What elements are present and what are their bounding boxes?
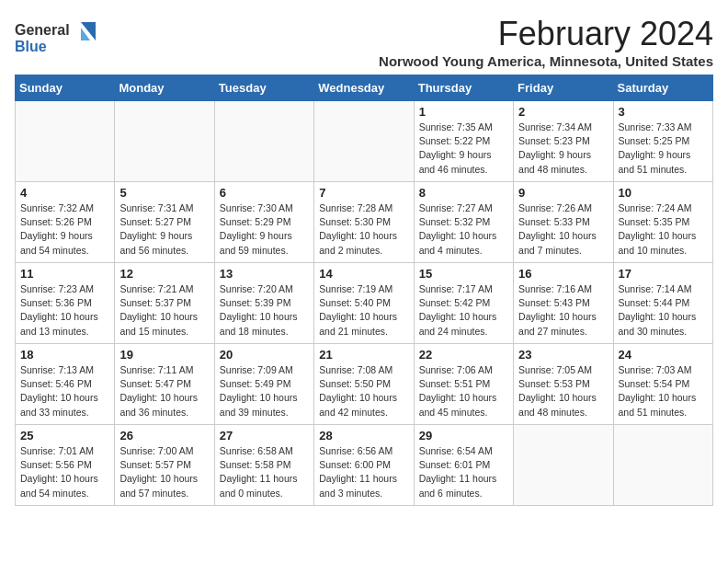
calendar-cell: 23Sunrise: 7:05 AMSunset: 5:53 PMDayligh… (514, 344, 613, 425)
day-info: Sunrise: 7:03 AMSunset: 5:54 PMDaylight:… (619, 363, 708, 419)
day-info: Sunrise: 7:09 AMSunset: 5:49 PMDaylight:… (220, 363, 309, 419)
calendar-cell: 15Sunrise: 7:17 AMSunset: 5:42 PMDayligh… (414, 263, 513, 344)
day-info: Sunrise: 7:06 AMSunset: 5:51 PMDaylight:… (419, 363, 508, 419)
day-info: Sunrise: 7:16 AMSunset: 5:43 PMDaylight:… (518, 282, 608, 339)
calendar-cell: 21Sunrise: 7:08 AMSunset: 5:50 PMDayligh… (314, 344, 414, 425)
day-info: Sunrise: 7:20 AMSunset: 5:39 PMDaylight:… (220, 282, 309, 339)
header-day-thursday: Thursday (414, 75, 513, 101)
day-info: Sunrise: 7:00 AMSunset: 5:57 PMDaylight:… (119, 444, 209, 500)
day-info: Sunrise: 7:08 AMSunset: 5:50 PMDaylight:… (319, 363, 408, 419)
day-number: 11 (20, 267, 109, 281)
calendar-cell: 10Sunrise: 7:24 AMSunset: 5:35 PMDayligh… (613, 182, 712, 263)
day-info: Sunrise: 6:54 AMSunset: 6:01 PMDaylight:… (419, 444, 508, 500)
day-info: Sunrise: 7:26 AMSunset: 5:33 PMDaylight:… (518, 201, 608, 258)
day-number: 10 (619, 186, 708, 200)
calendar-cell (115, 101, 214, 182)
svg-text:Blue: Blue (15, 39, 47, 54)
calendar-cell: 29Sunrise: 6:54 AMSunset: 6:01 PMDayligh… (414, 425, 513, 506)
calendar-cell: 28Sunrise: 6:56 AMSunset: 6:00 PMDayligh… (314, 425, 414, 506)
day-number: 20 (220, 348, 309, 362)
calendar-cell: 9Sunrise: 7:26 AMSunset: 5:33 PMDaylight… (514, 182, 613, 263)
page-header: General Blue February 2024 Norwood Young… (15, 15, 713, 69)
calendar-cell: 14Sunrise: 7:19 AMSunset: 5:40 PMDayligh… (314, 263, 414, 344)
day-number: 18 (20, 348, 109, 362)
week-row-4: 18Sunrise: 7:13 AMSunset: 5:46 PMDayligh… (16, 344, 713, 425)
header-day-tuesday: Tuesday (214, 75, 313, 101)
header-day-friday: Friday (514, 75, 613, 101)
day-info: Sunrise: 7:33 AMSunset: 5:25 PMDaylight:… (619, 121, 708, 177)
day-number: 16 (518, 267, 608, 281)
header-day-sunday: Sunday (16, 75, 115, 101)
day-number: 7 (319, 186, 408, 200)
calendar-cell: 20Sunrise: 7:09 AMSunset: 5:49 PMDayligh… (214, 344, 313, 425)
calendar-cell: 5Sunrise: 7:31 AMSunset: 5:27 PMDaylight… (115, 182, 214, 263)
day-number: 12 (119, 267, 209, 281)
day-info: Sunrise: 7:30 AMSunset: 5:29 PMDaylight:… (220, 201, 309, 258)
logo: General Blue (15, 15, 107, 59)
calendar-cell: 6Sunrise: 7:30 AMSunset: 5:29 PMDaylight… (214, 182, 313, 263)
day-number: 9 (518, 186, 608, 200)
calendar-cell: 16Sunrise: 7:16 AMSunset: 5:43 PMDayligh… (514, 263, 613, 344)
calendar-cell: 11Sunrise: 7:23 AMSunset: 5:36 PMDayligh… (16, 263, 115, 344)
calendar-cell: 8Sunrise: 7:27 AMSunset: 5:32 PMDaylight… (414, 182, 513, 263)
day-info: Sunrise: 7:35 AMSunset: 5:22 PMDaylight:… (419, 121, 508, 177)
month-title: February 2024 (379, 15, 713, 53)
calendar-cell (314, 101, 414, 182)
day-number: 29 (419, 429, 508, 442)
calendar-cell: 27Sunrise: 6:58 AMSunset: 5:58 PMDayligh… (214, 425, 313, 506)
day-info: Sunrise: 7:28 AMSunset: 5:30 PMDaylight:… (319, 201, 408, 258)
calendar-cell (16, 101, 115, 182)
day-number: 4 (20, 186, 109, 200)
day-number: 15 (419, 267, 508, 281)
calendar-cell: 22Sunrise: 7:06 AMSunset: 5:51 PMDayligh… (414, 344, 513, 425)
day-info: Sunrise: 7:14 AMSunset: 5:44 PMDaylight:… (619, 282, 708, 339)
svg-text:General: General (15, 22, 70, 38)
calendar-cell: 24Sunrise: 7:03 AMSunset: 5:54 PMDayligh… (613, 344, 712, 425)
day-info: Sunrise: 7:21 AMSunset: 5:37 PMDaylight:… (119, 282, 209, 339)
title-block: February 2024 Norwood Young America, Min… (379, 15, 713, 69)
calendar-cell: 12Sunrise: 7:21 AMSunset: 5:37 PMDayligh… (115, 263, 214, 344)
day-number: 24 (619, 348, 708, 362)
day-info: Sunrise: 7:19 AMSunset: 5:40 PMDaylight:… (319, 282, 408, 339)
day-info: Sunrise: 7:27 AMSunset: 5:32 PMDaylight:… (419, 201, 508, 258)
calendar-cell: 19Sunrise: 7:11 AMSunset: 5:47 PMDayligh… (115, 344, 214, 425)
calendar-cell: 26Sunrise: 7:00 AMSunset: 5:57 PMDayligh… (115, 425, 214, 506)
day-number: 26 (119, 429, 209, 442)
calendar-cell (214, 101, 313, 182)
calendar-cell (613, 425, 712, 506)
day-info: Sunrise: 7:05 AMSunset: 5:53 PMDaylight:… (518, 363, 608, 419)
calendar-cell: 25Sunrise: 7:01 AMSunset: 5:56 PMDayligh… (16, 425, 115, 506)
day-info: Sunrise: 7:11 AMSunset: 5:47 PMDaylight:… (119, 363, 209, 419)
day-number: 23 (518, 348, 608, 362)
day-info: Sunrise: 6:56 AMSunset: 6:00 PMDaylight:… (319, 444, 408, 500)
day-number: 5 (119, 186, 209, 200)
logo-icon: General Blue (15, 15, 107, 59)
calendar-cell: 17Sunrise: 7:14 AMSunset: 5:44 PMDayligh… (613, 263, 712, 344)
day-number: 6 (220, 186, 309, 200)
calendar-cell: 2Sunrise: 7:34 AMSunset: 5:23 PMDaylight… (514, 101, 613, 182)
day-number: 28 (319, 429, 408, 442)
header-day-wednesday: Wednesday (314, 75, 414, 101)
day-number: 27 (220, 429, 309, 442)
calendar-cell: 1Sunrise: 7:35 AMSunset: 5:22 PMDaylight… (414, 101, 513, 182)
day-number: 13 (220, 267, 309, 281)
day-number: 25 (20, 429, 109, 442)
week-row-1: 1Sunrise: 7:35 AMSunset: 5:22 PMDaylight… (16, 101, 713, 182)
day-info: Sunrise: 7:24 AMSunset: 5:35 PMDaylight:… (619, 201, 708, 258)
week-row-3: 11Sunrise: 7:23 AMSunset: 5:36 PMDayligh… (16, 263, 713, 344)
day-info: Sunrise: 7:34 AMSunset: 5:23 PMDaylight:… (518, 121, 608, 177)
header-day-monday: Monday (115, 75, 214, 101)
week-row-5: 25Sunrise: 7:01 AMSunset: 5:56 PMDayligh… (16, 425, 713, 506)
day-info: Sunrise: 7:23 AMSunset: 5:36 PMDaylight:… (20, 282, 109, 339)
day-number: 21 (319, 348, 408, 362)
day-number: 3 (619, 105, 708, 119)
day-info: Sunrise: 7:31 AMSunset: 5:27 PMDaylight:… (119, 201, 209, 258)
day-number: 17 (619, 267, 708, 281)
day-info: Sunrise: 6:58 AMSunset: 5:58 PMDaylight:… (220, 444, 309, 500)
calendar-header-row: SundayMondayTuesdayWednesdayThursdayFrid… (16, 75, 713, 101)
day-number: 2 (518, 105, 608, 119)
calendar-cell: 7Sunrise: 7:28 AMSunset: 5:30 PMDaylight… (314, 182, 414, 263)
location-subtitle: Norwood Young America, Minnesota, United… (379, 53, 713, 69)
day-info: Sunrise: 7:32 AMSunset: 5:26 PMDaylight:… (20, 201, 109, 258)
calendar-cell: 3Sunrise: 7:33 AMSunset: 5:25 PMDaylight… (613, 101, 712, 182)
